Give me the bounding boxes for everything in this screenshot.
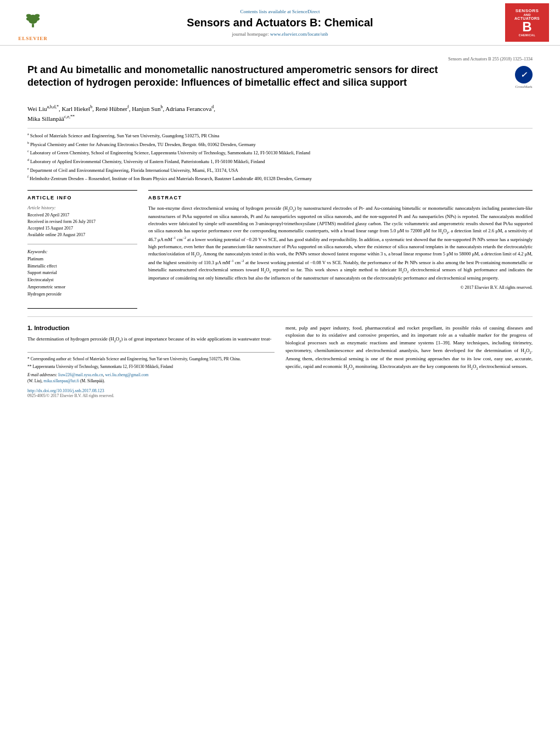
intro-left: 1. Introduction The determination of hyd… bbox=[27, 325, 275, 399]
abstract-section: ABSTRACT The non-enzyme direct electroch… bbox=[148, 190, 533, 309]
email1[interactable]: liuw226@mail.sysu.edu.cn bbox=[58, 372, 103, 377]
keyword-electrocatalyst: Electrocatalyst bbox=[27, 277, 137, 284]
homepage-link[interactable]: www.elsevier.com/locate/snb bbox=[270, 31, 328, 37]
svg-rect-0 bbox=[32, 24, 34, 27]
journal-header: ELSEVIER Contents lists available at Sci… bbox=[0, 0, 560, 46]
keyword-platinum: Platinum bbox=[27, 256, 137, 263]
affiliation-b: b Physical Chemistry and Center for Adva… bbox=[27, 141, 533, 148]
email3[interactable]: mika.sillanpaa@lut.fi bbox=[43, 378, 79, 383]
introduction-section: 1. Introduction The determination of hyd… bbox=[27, 325, 533, 399]
article-title: Pt and Au bimetallic and monometallic na… bbox=[27, 64, 456, 90]
affiliation-f: f Helmholtz-Zentrum Dresden – Rossendorf… bbox=[27, 175, 533, 182]
abstract-text: The non-enzyme direct electrochemical se… bbox=[148, 205, 533, 282]
sensors-logo-line4: B bbox=[522, 20, 531, 34]
elsevier-logo: ELSEVIER bbox=[11, 4, 55, 41]
keywords-section: Keywords: Platinum Bimetallic effect Sup… bbox=[27, 249, 137, 298]
affiliations: a School of Materials Science and Engine… bbox=[27, 128, 533, 182]
article-container: Sensors and Actuators B 255 (2018) 1325–… bbox=[0, 46, 560, 404]
footnotes: * Corresponding author at: School of Mat… bbox=[27, 352, 275, 384]
crossmark-icon: ✓ bbox=[515, 66, 533, 83]
authors-line: Wei Liua,b,d,*, Karl Hiekelb, René Hübne… bbox=[27, 104, 533, 124]
affiliation-e: e Department of Civil and Environmental … bbox=[27, 166, 533, 174]
abstract-copyright: © 2017 Elsevier B.V. All rights reserved… bbox=[148, 285, 533, 290]
crossmark-label: CrossMark bbox=[515, 85, 533, 89]
journal-ref: Sensors and Actuators B 255 (2018) 1325–… bbox=[27, 57, 533, 62]
journal-homepage: journal homepage: www.elsevier.com/locat… bbox=[66, 31, 494, 37]
intro-right-text: ment, pulp and paper industry, food, pha… bbox=[285, 325, 533, 371]
sensors-actuators-logo: SENSORS and ACTUATORS B Chemical bbox=[505, 3, 549, 42]
elsevier-image bbox=[13, 4, 54, 35]
keyword-h2o2: Hydrogen peroxide bbox=[27, 291, 137, 298]
keywords-title: Keywords: bbox=[27, 249, 137, 254]
sciencedirect-text: Contents lists available at ScienceDirec… bbox=[66, 9, 494, 14]
history-online: Available online 20 August 2017 bbox=[27, 232, 137, 238]
crossmark-badge: ✓ CrossMark bbox=[515, 66, 533, 89]
doi-link[interactable]: http://dx.doi.org/10.1016/j.snb.2017.08.… bbox=[27, 388, 275, 393]
history-received: Received 20 April 2017 bbox=[27, 212, 137, 219]
sensors-logo-line5: Chemical bbox=[519, 34, 535, 37]
elsevier-label: ELSEVIER bbox=[18, 36, 48, 41]
journal-center: Contents lists available at ScienceDirec… bbox=[55, 9, 505, 37]
elsevier-tree-icon bbox=[22, 10, 44, 28]
section-divider bbox=[27, 316, 533, 317]
article-history: Article history: Received 20 April 2017 … bbox=[27, 205, 137, 238]
article-info-title: ARTICLE INFO bbox=[27, 195, 137, 200]
keyword-bimetallic: Bimetallic effect bbox=[27, 263, 137, 270]
affiliation-c: c Laboratory of Green Chemistry, School … bbox=[27, 149, 533, 157]
affiliation-d: d Laboratory of Applied Environmental Ch… bbox=[27, 158, 533, 165]
info-divider bbox=[27, 244, 137, 244]
affiliation-a: a School of Materials Science and Engine… bbox=[27, 132, 533, 140]
intro-left-text: The determination of hydrogen peroxide (… bbox=[27, 336, 275, 344]
journal-title: Sensors and Actuators B: Chemical bbox=[66, 16, 494, 29]
history-revised: Received in revised form 26 July 2017 bbox=[27, 219, 137, 225]
history-accepted: Accepted 15 August 2017 bbox=[27, 225, 137, 232]
footnote-star2: ** Lappeenranta University of Technology… bbox=[27, 364, 275, 370]
svg-point-5 bbox=[26, 14, 31, 17]
keyword-amperometric: Amperometric sensor bbox=[27, 284, 137, 291]
history-title: Article history: bbox=[27, 205, 137, 210]
abstract-title: ABSTRACT bbox=[148, 195, 533, 200]
email2[interactable]: wei.liu.zheng@gmail.com bbox=[105, 372, 148, 377]
section-title: Introduction bbox=[34, 325, 69, 331]
issn-line: 0925-4005/© 2017 Elsevier B.V. All right… bbox=[27, 393, 275, 398]
section-num: 1. bbox=[27, 325, 32, 331]
sensors-logo-line1: SENSORS bbox=[516, 8, 539, 13]
svg-point-6 bbox=[35, 14, 40, 17]
article-body: ARTICLE INFO Article history: Received 2… bbox=[27, 190, 533, 309]
keyword-support: Support material bbox=[27, 270, 137, 277]
article-info: ARTICLE INFO Article history: Received 2… bbox=[27, 190, 137, 309]
section-heading: 1. Introduction bbox=[27, 325, 275, 331]
footnote-email: E-mail addresses: liuw226@mail.sysu.edu.… bbox=[27, 372, 275, 384]
intro-right: ment, pulp and paper industry, food, pha… bbox=[285, 325, 533, 399]
footnote-star1: * Corresponding author at: School of Mat… bbox=[27, 356, 275, 362]
sciencedirect-link[interactable]: ScienceDirect bbox=[292, 9, 320, 14]
